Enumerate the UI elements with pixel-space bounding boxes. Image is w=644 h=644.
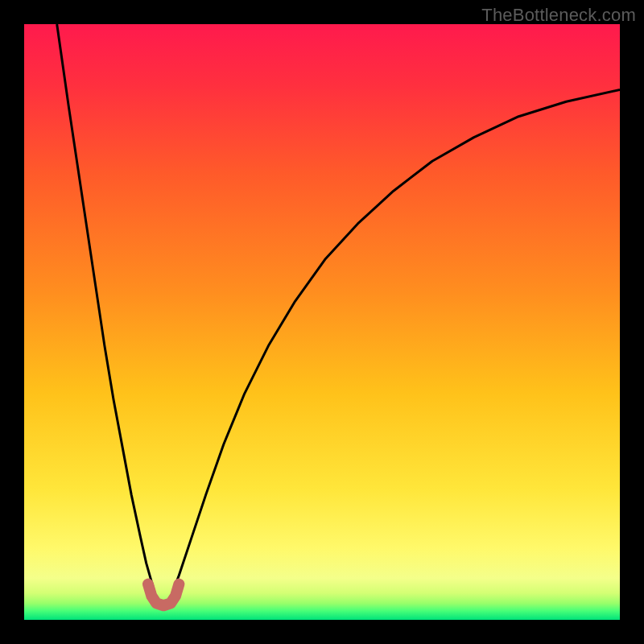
chart-frame — [24, 24, 620, 620]
watermark-text: TheBottleneck.com — [481, 5, 636, 26]
bottleneck-chart — [24, 24, 620, 620]
